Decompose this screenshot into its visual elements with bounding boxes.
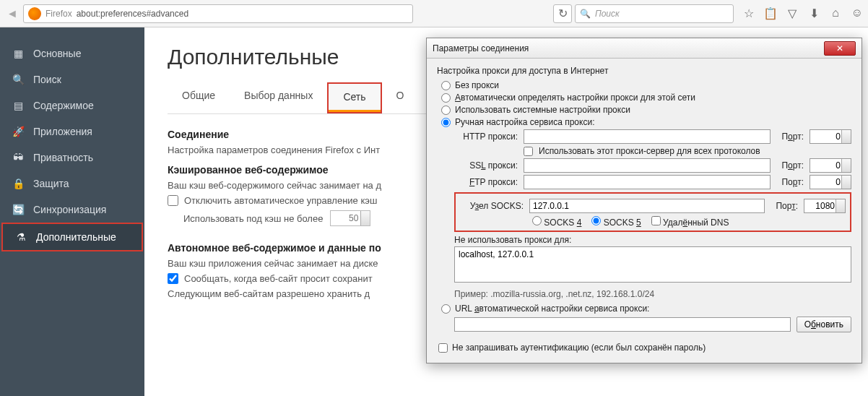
ftp-proxy-input[interactable] xyxy=(524,175,771,189)
sync-icon: 🔄 xyxy=(12,204,25,215)
sidebar-item-general[interactable]: ▦Основные xyxy=(0,40,144,66)
dialog-close-button[interactable]: ✕ xyxy=(824,41,856,56)
home-icon[interactable]: ⌂ xyxy=(829,7,842,20)
cache-limit-input[interactable] xyxy=(330,210,370,226)
radio-socks4[interactable]: SOCKS 4 xyxy=(532,216,581,228)
no-proxy-example: Пример: .mozilla-russia.org, .net.nz, 19… xyxy=(454,289,851,299)
offline-notify-input[interactable] xyxy=(168,273,178,284)
tab-network[interactable]: Сеть xyxy=(329,84,380,112)
clipboard-icon[interactable]: 📋 xyxy=(764,7,777,20)
back-button[interactable]: ◄ xyxy=(4,6,20,22)
toolbar-icons: ☆ 📋 ▽ ⬇ ⌂ ☺ xyxy=(742,7,864,20)
firefox-label: Firefox xyxy=(45,9,72,19)
downloads-icon[interactable]: ⬇ xyxy=(807,7,820,20)
manual-proxy-grid: HTTP прокси: Порт: Использовать этот про… xyxy=(454,129,851,299)
tab-general[interactable]: Общие xyxy=(168,82,230,113)
connection-settings-dialog: Параметры соединения ✕ Настройка прокси … xyxy=(426,38,862,363)
use-for-all-checkbox[interactable] xyxy=(524,147,533,156)
pac-url-input[interactable] xyxy=(454,317,791,332)
socks-host-input[interactable] xyxy=(529,199,765,213)
tab-data-choices[interactable]: Выбор данных xyxy=(230,82,327,113)
sidebar-item-label: Основные xyxy=(33,48,81,59)
apps-icon: 🚀 xyxy=(12,126,25,137)
radio-no-proxy[interactable]: Без прокси xyxy=(441,80,851,90)
search-placeholder: Поиск xyxy=(595,9,620,19)
url-text: about:preferences#advanced xyxy=(77,9,188,19)
socks-port-input[interactable] xyxy=(804,199,846,213)
no-auth-checkbox[interactable]: Не запрашивать аутентификацию (если был … xyxy=(438,343,851,353)
checkbox-label: Отключить автоматическое управление кэш xyxy=(184,195,377,206)
cache-limit-label: Использовать под кэш не более xyxy=(183,213,323,224)
privacy-icon: 🕶 xyxy=(12,152,25,163)
dialog-titlebar: Параметры соединения ✕ xyxy=(427,38,862,59)
sidebar-item-advanced[interactable]: ⚗Дополнительные xyxy=(3,224,142,250)
ssl-port-input[interactable] xyxy=(810,158,851,173)
http-proxy-label: HTTP прокси: xyxy=(454,132,518,142)
pocket-icon[interactable]: ▽ xyxy=(786,7,799,20)
socks-highlight-box: Узел SOCKS: Порт: SOCKS 4 SOCKS 5 Удалён… xyxy=(454,192,851,232)
http-port-input[interactable] xyxy=(810,129,851,144)
checkbox-label: Сообщать, когда веб-сайт просит сохранит xyxy=(184,273,373,284)
advanced-icon: ⚗ xyxy=(14,231,27,243)
bookmark-star-icon[interactable]: ☆ xyxy=(742,7,755,20)
sidebar-item-label: Приватность xyxy=(33,152,93,163)
sidebar-item-label: Защита xyxy=(33,178,69,189)
browser-toolbar: ◄ Firefox about:preferences#advanced ↻ 🔍… xyxy=(0,0,868,27)
dialog-title: Параметры соединения xyxy=(433,43,529,53)
proxy-heading: Настройка прокси для доступа в Интернет xyxy=(437,66,851,76)
firefox-icon xyxy=(28,7,41,20)
http-proxy-input[interactable] xyxy=(524,129,771,144)
preferences-sidebar: ▦Основные 🔍Поиск ▤Содержимое 🚀Приложения… xyxy=(0,27,144,396)
socks-label: Узел SOCKS: xyxy=(460,201,524,211)
ssl-proxy-input[interactable] xyxy=(524,158,771,173)
no-proxy-input[interactable]: localhost, 127.0.0.1 xyxy=(454,246,851,283)
sidebar-item-label: Приложения xyxy=(33,126,92,137)
reload-pac-button[interactable]: Обновить xyxy=(797,317,851,332)
sidebar-item-label: Поиск xyxy=(33,74,61,85)
sidebar-item-privacy[interactable]: 🕶Приватность xyxy=(0,145,144,171)
lock-icon: 🔒 xyxy=(12,178,25,189)
tab-other[interactable]: О xyxy=(382,82,419,113)
reload-button[interactable]: ↻ xyxy=(553,4,572,23)
use-for-all-label: Использовать этот прокси-сервер для всех… xyxy=(539,146,760,156)
sidebar-item-security[interactable]: 🔒Защита xyxy=(0,171,144,197)
sidebar-item-sync[interactable]: 🔄Синхронизация xyxy=(0,197,144,223)
sidebar-item-label: Синхронизация xyxy=(33,204,106,215)
sidebar-item-search[interactable]: 🔍Поиск xyxy=(0,66,144,92)
no-proxy-label: Не использовать прокси для: xyxy=(454,235,851,245)
no-auth-label: Не запрашивать аутентификацию (если был … xyxy=(452,343,706,353)
radio-auto-url[interactable]: URL автоматической настройки сервиса про… xyxy=(441,304,851,314)
remote-dns-checkbox[interactable]: Удалённый DNS xyxy=(651,216,729,228)
content-icon: ▤ xyxy=(12,100,25,111)
sidebar-item-label: Дополнительные xyxy=(36,231,116,243)
general-icon: ▦ xyxy=(12,48,25,59)
sidebar-item-label: Содержимое xyxy=(33,100,94,111)
radio-socks5[interactable]: SOCKS 5 xyxy=(591,216,641,228)
radio-system-proxy[interactable]: Использовать системные настройки прокси xyxy=(441,105,851,115)
search-icon: 🔍 xyxy=(580,9,591,19)
radio-manual-proxy[interactable]: Ручная настройка сервиса прокси: xyxy=(441,117,851,127)
url-bar[interactable]: Firefox about:preferences#advanced xyxy=(23,4,413,23)
cache-override-input[interactable] xyxy=(168,195,178,206)
sidebar-item-apps[interactable]: 🚀Приложения xyxy=(0,119,144,145)
radio-auto-detect[interactable]: Автоматически определять настройки прокс… xyxy=(441,92,851,103)
sidebar-item-content[interactable]: ▤Содержимое xyxy=(0,92,144,119)
ftp-port-input[interactable] xyxy=(810,175,851,189)
search-bar[interactable]: 🔍 Поиск xyxy=(575,4,734,23)
smiley-icon[interactable]: ☺ xyxy=(851,7,864,20)
search-icon: 🔍 xyxy=(12,74,25,85)
